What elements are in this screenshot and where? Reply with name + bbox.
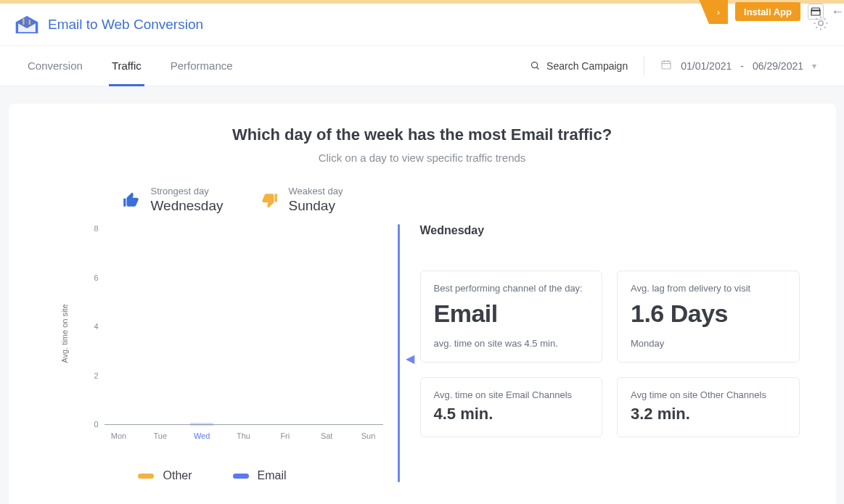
date-from: 01/01/2021 <box>681 60 732 72</box>
thumbs-up-icon <box>122 191 141 210</box>
y-axis-label: Avg. time on site <box>60 304 68 363</box>
card-footnote: Monday <box>631 338 786 349</box>
strongest-day: Strongest day Wednesday <box>122 186 224 214</box>
svg-rect-2 <box>29 20 31 25</box>
y-tick: 0 <box>80 420 99 429</box>
y-tick: 4 <box>80 322 99 331</box>
collapse-detail-icon[interactable]: ◀ <box>406 352 414 365</box>
x-tick: Wed <box>192 431 212 440</box>
card-title: Avg time on site Other Channels <box>631 389 786 400</box>
search-campaign-button[interactable]: Search Campaign <box>530 56 644 76</box>
weakest-label: Weakest day <box>289 186 343 197</box>
swatch-email-icon <box>233 474 249 479</box>
app-title: Email to Web Conversion <box>48 17 203 33</box>
chart-detail-split: Avg. time on site 02468MonTueWedThuFriSa… <box>42 221 803 482</box>
panel-subtitle: Click on a day to view specific traffic … <box>42 152 803 164</box>
app-header: Email to Web Conversion <box>0 4 844 46</box>
search-campaign-label: Search Campaign <box>546 60 628 72</box>
card-avg-lag: Avg. lag from delivery to visit 1.6 Days… <box>617 270 800 363</box>
swatch-other-icon <box>138 474 154 479</box>
chevron-down-icon: ▾ <box>812 61 816 71</box>
card-title: Best performing channel of the day: <box>434 283 589 294</box>
weakest-value: Sunday <box>289 198 343 214</box>
x-tick: Sat <box>316 431 337 440</box>
legend-email[interactable]: Email <box>233 469 287 482</box>
svg-rect-5 <box>662 61 671 69</box>
card-email-time: Avg. time on site Email Channels 4.5 min… <box>420 377 603 437</box>
card-value: 4.5 min. <box>434 405 589 424</box>
card-other-time: Avg time on site Other Channels 3.2 min. <box>617 377 800 437</box>
traffic-panel: Which day of the week has the most Email… <box>9 104 836 504</box>
svg-point-3 <box>819 20 823 25</box>
stat-card-grid: Best performing channel of the day: Emai… <box>420 270 800 437</box>
strongest-value: Wednesday <box>151 198 224 214</box>
x-tick: Mon <box>109 431 129 440</box>
tab-traffic[interactable]: Traffic <box>112 46 142 86</box>
page-canvas: Which day of the week has the most Email… <box>0 86 844 504</box>
svg-point-4 <box>532 62 538 68</box>
x-tick: Tue <box>150 431 171 440</box>
svg-rect-1 <box>25 16 28 24</box>
card-value: Email <box>434 299 589 328</box>
weakest-day: Weakest day Sunday <box>260 186 343 214</box>
chart-legend: Other Email <box>42 469 383 482</box>
date-range-picker[interactable]: 01/01/2021 - 06/29/2021 ▾ <box>660 59 816 73</box>
card-best-channel: Best performing channel of the day: Emai… <box>420 270 603 363</box>
x-tick: Sun <box>358 431 378 440</box>
y-tick: 6 <box>80 273 99 282</box>
card-value: 3.2 min. <box>631 405 786 424</box>
search-icon <box>530 60 541 71</box>
svg-rect-0 <box>22 18 25 25</box>
tab-performance[interactable]: Performance <box>171 46 233 86</box>
card-value: 1.6 Days <box>631 299 786 328</box>
tab-bar: Conversion Traffic Performance Search Ca… <box>0 46 844 86</box>
date-to: 06/29/2021 <box>753 60 803 72</box>
chart-zone: Avg. time on site 02468MonTueWedThuFriSa… <box>42 221 390 482</box>
date-sep: - <box>740 60 744 72</box>
tab-conversion[interactable]: Conversion <box>28 46 83 86</box>
y-tick: 2 <box>80 371 99 380</box>
bar-chart[interactable]: Avg. time on site 02468MonTueWedThuFriSa… <box>42 221 383 446</box>
x-tick: Fri <box>275 431 295 440</box>
legend-other[interactable]: Other <box>138 469 192 482</box>
vertical-divider <box>398 224 400 482</box>
y-tick: 8 <box>80 224 99 233</box>
thumbs-down-icon <box>260 191 279 210</box>
strength-summary: Strongest day Wednesday Weakest day Sund… <box>122 186 803 214</box>
card-footnote: avg. time on site was 4.5 min. <box>434 338 589 349</box>
x-tick: Thu <box>233 431 253 440</box>
gear-icon <box>812 15 829 32</box>
card-title: Avg. time on site Email Channels <box>434 389 589 400</box>
settings-button[interactable] <box>812 15 829 35</box>
bar-groups <box>109 228 379 424</box>
card-title: Avg. lag from delivery to visit <box>631 283 786 294</box>
detail-zone: ◀ Wednesday Best performing channel of t… <box>420 221 803 482</box>
calendar-icon <box>660 59 672 73</box>
detail-day-title: Wednesday <box>420 224 800 237</box>
app-logo-icon <box>15 15 39 35</box>
panel-title: Which day of the week has the most Email… <box>42 125 803 144</box>
strongest-label: Strongest day <box>151 186 224 197</box>
x-ticks: MonTueWedThuFriSatSun <box>109 431 379 440</box>
